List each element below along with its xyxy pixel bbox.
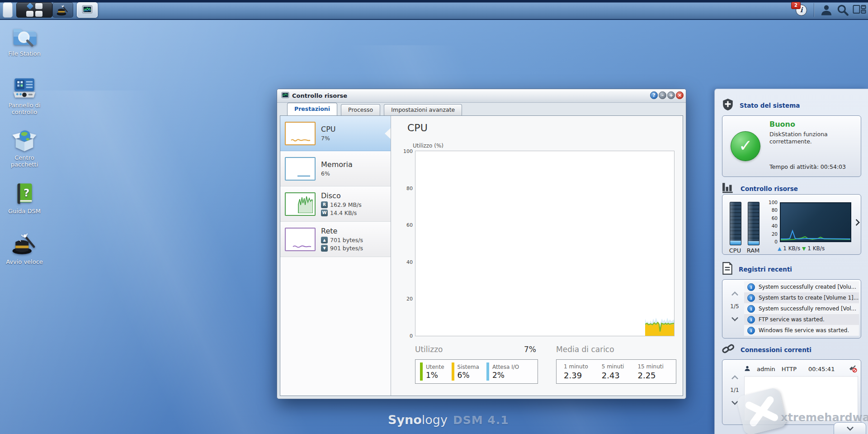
legend-value: 2% [492,371,519,380]
load-value: 2.39 [564,371,588,380]
network-throughput: ▲ 1 KB/s ▼ 1 KB/s [778,245,854,252]
resource-monitor-widget: CPU RAM 100 80 60 40 20 0 ▲ 1 KB/s ▼ 1 [722,194,861,255]
connection-user: admin [757,366,775,372]
desktop-icon-label: Guida DSM [1,208,48,215]
system-status-widget: ✓ Buono DiskStation funziona correttamen… [722,115,861,177]
network-down-value: 901 bytes/s [330,245,363,252]
connection-time: 00:45:41 [808,366,835,372]
log-entry[interactable]: i Windows file service was started. [744,325,859,336]
desktop-icon-quick-start[interactable]: Avvio veloce [1,233,48,265]
ram-gauge [748,202,760,245]
info-icon: i [747,316,755,324]
cpu-detail-pane: CPU Utilizzo (%) 100 80 60 40 20 0 Utili… [391,116,683,396]
control-panel-icon [1,77,48,100]
y-tick: 100 [399,148,413,154]
load-label: 15 minuti [637,363,663,370]
log-list: i System successfully created [Volu... i… [744,281,859,336]
log-entry[interactable]: i System starts to create [Volume 1]... [744,292,859,303]
list-item-memoria[interactable]: Memoria 6% [280,151,391,186]
tab-prestazioni[interactable]: Prestazioni [287,103,337,115]
show-desktop-button[interactable] [3,2,13,18]
list-item-cpu[interactable]: CPU 7% [280,116,391,151]
bar-chart-icon [722,182,735,195]
desktop: i 2 [0,0,868,434]
download-arrow-icon: ▼ [321,245,328,252]
desktop-icon-label: File Station [1,50,48,57]
y-tick: 40 [399,259,413,265]
system-status-value: Buono [769,120,795,129]
file-station-icon [1,25,48,48]
close-button[interactable]: × [676,91,684,99]
widgets-sidebar: Stato del sistema ✓ Buono DiskStation fu… [714,89,868,434]
upload-rate: 1 KB/s [783,245,800,252]
legend-label: Attesa I/O [492,364,519,370]
window-content: CPU 7% Memoria 6% [280,115,683,396]
info-icon: i [747,283,755,291]
window-title: Controllo risorse [292,92,347,99]
resource-monitor-taskbar-button[interactable] [77,2,98,18]
tab-processo[interactable]: Processo [341,104,380,115]
desktop-icon-control-panel[interactable]: Pannello di controllo [1,77,48,115]
quick-start-taskbar-button[interactable] [52,2,73,18]
category-name: Disco [321,191,362,200]
main-menu-icon [17,3,52,17]
list-item-rete[interactable]: Rete ▲ 701 bytes/s ▼ 901 bytes/s [280,222,391,257]
log-entry[interactable]: i System successfully created [Volu... [744,281,859,292]
connection-protocol: HTTP [782,366,797,372]
notification-count-badge: 2 [791,2,801,9]
log-entry[interactable]: i System successfully removed [Vol... [744,303,859,314]
pager-up-chevron[interactable] [731,375,738,382]
maximize-button[interactable]: + [667,91,675,99]
cpu-gauge [730,202,741,245]
help-button[interactable]: ? [650,91,658,99]
search-button[interactable] [836,4,849,16]
upload-arrow-icon: ▲ [321,237,328,243]
disk-sparkline-thumbnail [285,192,316,216]
category-name: Rete [321,227,363,235]
cpu-gauge-label: CPU [726,247,744,254]
person-icon [744,365,750,373]
pilot-view-button[interactable] [853,4,865,16]
legend-color-sistema [452,362,454,381]
taskbar: i 2 [0,0,868,20]
notifications-button[interactable]: i 2 [794,4,807,16]
disconnect-icon[interactable] [848,364,857,374]
network-mini-chart [780,202,851,242]
tab-impostazioni-avanzate[interactable]: Impostazioni avanzate [384,104,462,115]
desktop-icon-dsm-help[interactable]: ? Guida DSM [1,182,48,215]
log-entry[interactable]: i FTP service was started. [744,314,859,325]
list-item-disco[interactable]: Disco R 162.9 MB/s W 14.4 KB/s [280,186,391,222]
load-average-title: Media di carico [556,345,614,354]
pager-down-chevron[interactable] [731,315,738,322]
upload-arrow-icon: ▲ [778,246,781,252]
load-15min: 15 minuti 2.25 [637,363,663,380]
legend-color-utente [420,362,423,381]
connection-row[interactable]: admin HTTP 00:45:41 [744,363,857,374]
help-book-icon: ? [1,182,48,205]
usage-section-title: Utilizzo [415,345,443,354]
main-menu-button[interactable] [16,2,52,18]
package-center-icon [1,129,48,152]
pager-up-chevron[interactable] [731,291,738,299]
widget-title: Controllo risorse [741,185,798,192]
watermark-text: xtremehardware.com [781,411,868,424]
user-menu-button[interactable] [820,4,833,16]
tab-bar: Prestazioni Processo Impostazioni avanza… [277,103,686,115]
minimize-button[interactable]: – [659,91,666,99]
desktop-icon-file-station[interactable]: File Station [1,25,48,57]
dsm-version: DSM 4.1 [453,414,509,427]
system-status-description: DiskStation funziona correttamente. [769,131,854,145]
resource-monitor-window: Controllo risorse ? – + × Prestazioni Pr… [277,89,686,399]
widget-title: Stato del sistema [740,102,800,109]
pager-position: 1/5 [727,303,742,310]
open-resource-monitor-chevron[interactable] [853,219,860,226]
desktop-icon-label: Pannello di controllo [1,102,48,115]
desktop-icon-package-center[interactable]: Centro pacchetti [1,129,48,168]
network-sparkline-thumbnail [285,228,316,251]
usage-total-value: 7% [502,345,536,354]
window-titlebar[interactable]: Controllo risorse ? – + × [277,89,686,103]
cpu-sparkline-thumbnail [285,122,316,145]
ram-gauge-label: RAM [744,247,762,254]
load-label: 5 minuti [602,363,624,370]
load-1min: 1 minuto 2.39 [564,363,588,380]
